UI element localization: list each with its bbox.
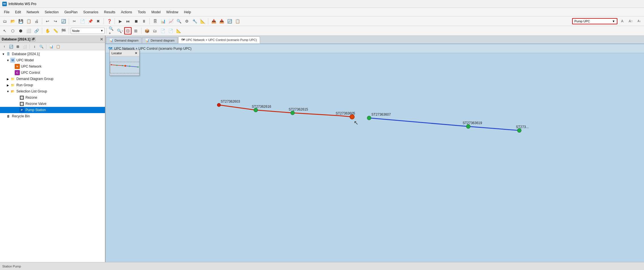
menu-edit[interactable]: Edit xyxy=(12,9,24,15)
menu-actions[interactable]: Actions xyxy=(118,9,135,15)
tb-open[interactable]: 📂 xyxy=(9,18,16,25)
dbtb-add[interactable]: 📊 xyxy=(48,44,54,50)
tree-item-rezone-valve[interactable]: 🔲 Rezone Valve xyxy=(0,101,105,107)
tb-layer4[interactable]: 📄 xyxy=(167,27,174,34)
tb-save2[interactable]: 📋 xyxy=(25,18,32,25)
tb-refresh[interactable]: 🔃 xyxy=(226,18,233,25)
tb-db6[interactable]: 🔧 xyxy=(191,18,198,25)
svg-point-29 xyxy=(122,65,123,66)
tb-zoom-out[interactable]: 🔍- xyxy=(116,27,124,34)
menu-window[interactable]: Window xyxy=(164,9,181,15)
menu-file[interactable]: File xyxy=(1,9,12,15)
tb-layer1[interactable]: 📦 xyxy=(143,27,151,34)
tree-item-upc-model[interactable]: ▼ M UPC Model xyxy=(0,57,105,63)
tb-flag[interactable]: 🏁 xyxy=(60,27,67,34)
svg-point-6 xyxy=(217,103,221,107)
tb-delete[interactable]: ✖ xyxy=(95,18,102,25)
left-panel: Database [2024.1] 🗗 ✕ ↑ 🔃 ⊞ ⬜ ↕ 🔍 📊 📋 ▼ … xyxy=(0,36,106,262)
tb-zoom-fit[interactable]: ⊡ xyxy=(124,27,132,34)
tb-new[interactable]: 🗂 xyxy=(1,18,8,25)
tb-db7[interactable]: 📐 xyxy=(199,18,206,25)
node-dropdown[interactable]: Node ▼ xyxy=(71,28,105,34)
tb-db2[interactable]: 📊 xyxy=(159,18,167,25)
tb-font1[interactable]: A xyxy=(619,18,626,25)
tb-font2[interactable]: A↑ xyxy=(627,18,634,25)
dbtb-list[interactable]: 📋 xyxy=(55,44,61,50)
tree-toggle-upcmodel[interactable]: ▼ xyxy=(6,59,10,62)
tb-help[interactable]: ❓ xyxy=(106,18,113,25)
locator-map[interactable] xyxy=(110,56,139,75)
tab-demand-diag-1[interactable]: 📊 Demand diagram xyxy=(106,37,141,44)
tb-zoom-sel[interactable]: ⊞ xyxy=(132,27,139,34)
tb-db1[interactable]: 🗄 xyxy=(151,18,159,25)
tree-item-upc-control[interactable]: C UPC Control xyxy=(0,70,105,76)
locator-close-btn[interactable]: ✕ xyxy=(135,51,138,55)
dbtb-up[interactable]: ↑ xyxy=(1,44,7,50)
tree-toggle-db[interactable]: ▼ xyxy=(1,53,6,56)
right-panel: 📊 Demand diagram 📊 Demand diagram 🗺 UPC … xyxy=(106,36,644,262)
menu-scenarios[interactable]: Scenarios xyxy=(80,9,101,15)
tb-layer5[interactable]: 📐 xyxy=(175,27,182,34)
tb-paste[interactable]: 📌 xyxy=(87,18,94,25)
db-close-btn[interactable]: ✕ xyxy=(100,37,103,42)
dbtb-grid[interactable]: ⊞ xyxy=(15,44,21,50)
tb-db4[interactable]: 🔍 xyxy=(175,18,183,25)
tb-import[interactable]: 📥 xyxy=(218,18,225,25)
tb-deselect[interactable]: ⬜ xyxy=(25,27,32,34)
tb-print[interactable]: 🖨 xyxy=(33,18,40,25)
tree-item-rezone[interactable]: 🔲 Rezone xyxy=(0,94,105,101)
tb-copy[interactable]: 📄 xyxy=(79,18,86,25)
tree-toggle-demanddiag[interactable]: ▶ xyxy=(6,77,10,81)
tb-run[interactable]: ▶ xyxy=(117,18,124,25)
tb-cut[interactable]: ✂ xyxy=(71,18,78,25)
tree-item-recycle[interactable]: 🗑 Recycle Bin xyxy=(0,113,105,119)
tb-export[interactable]: 📤 xyxy=(210,18,217,25)
tb-lasso[interactable]: ⬡ xyxy=(9,27,16,34)
label-upc-control: UPC Control xyxy=(21,71,40,75)
tree-item-sel-list-group[interactable]: ▼ 📂 Selection List Group xyxy=(0,88,105,94)
tb-save[interactable]: 💾 xyxy=(17,18,24,25)
tb-run2[interactable]: ⏭ xyxy=(124,18,132,25)
tb-db5[interactable]: ⚙ xyxy=(183,18,190,25)
menu-selection[interactable]: Selection xyxy=(42,9,61,15)
tb-pause[interactable]: ⏸ xyxy=(140,18,148,25)
tree-item-pump-station[interactable]: P Pump Station xyxy=(0,107,105,113)
tb-zoom-in[interactable]: 🔍+ xyxy=(108,27,116,34)
tree-toggle-rungroup[interactable]: ▶ xyxy=(6,84,10,87)
menu-network[interactable]: Network xyxy=(24,9,42,15)
svg-text:ST27363619: ST27363619 xyxy=(463,121,482,125)
tb-layer2[interactable]: 🗂 xyxy=(151,27,158,34)
tree-item-run-group[interactable]: ▶ 📁 Run Group xyxy=(0,82,105,88)
dbtb-filter[interactable]: 🔍 xyxy=(38,44,44,50)
tab-demand-diag-2[interactable]: 📊 Demand diagram xyxy=(142,37,177,44)
tree-item-upc-network[interactable]: N UPC Network xyxy=(0,63,105,70)
tb-font3[interactable]: A↓ xyxy=(636,18,643,25)
pump-upc-dropdown[interactable]: Pump UPC ▼ xyxy=(572,18,617,24)
menu-help[interactable]: Help xyxy=(181,9,194,15)
tb-undo[interactable]: ↩ xyxy=(44,18,51,25)
db-restore-btn[interactable]: 🗗 xyxy=(31,37,35,41)
tb-rotate[interactable]: 🔄 xyxy=(60,18,67,25)
tab-upc-network[interactable]: 🗺 UPC Network + UPC Control (scenario Pu… xyxy=(178,36,260,44)
tree-item-demand-diag[interactable]: ▶ 📁 Demand Diagram Group xyxy=(0,76,105,82)
tb-connect[interactable]: 🔗 xyxy=(33,27,40,34)
tree-item-db[interactable]: ▼ 🗄 Database [2024.1] xyxy=(0,51,105,57)
menu-model[interactable]: Model xyxy=(149,9,164,15)
tb-layer3[interactable]: 📄 xyxy=(159,27,166,34)
tb-stop[interactable]: ⏹ xyxy=(132,18,140,25)
menu-tools[interactable]: Tools xyxy=(135,9,149,15)
tb-measure[interactable]: 📏 xyxy=(52,27,59,34)
dbtb-sort[interactable]: ↕ xyxy=(31,44,38,50)
menu-results[interactable]: Results xyxy=(101,9,118,15)
tb-poly[interactable]: ⬢ xyxy=(17,27,24,34)
tb-pan[interactable]: ✋ xyxy=(44,27,51,34)
menu-geoplan[interactable]: GeoPlan xyxy=(61,9,80,15)
map-area[interactable]: 🗺 UPC Network + UPC Control (scenario Pu… xyxy=(106,44,644,262)
tb-select[interactable]: ↖ xyxy=(1,27,8,34)
tb-db3[interactable]: 📈 xyxy=(167,18,175,25)
tb-redo[interactable]: ↪ xyxy=(52,18,59,25)
tb-list[interactable]: 📋 xyxy=(234,18,241,25)
dbtb-refresh[interactable]: 🔃 xyxy=(8,44,14,50)
tree-toggle-selgroup[interactable]: ▼ xyxy=(6,90,10,93)
dbtb-expand[interactable]: ⬜ xyxy=(22,44,28,50)
